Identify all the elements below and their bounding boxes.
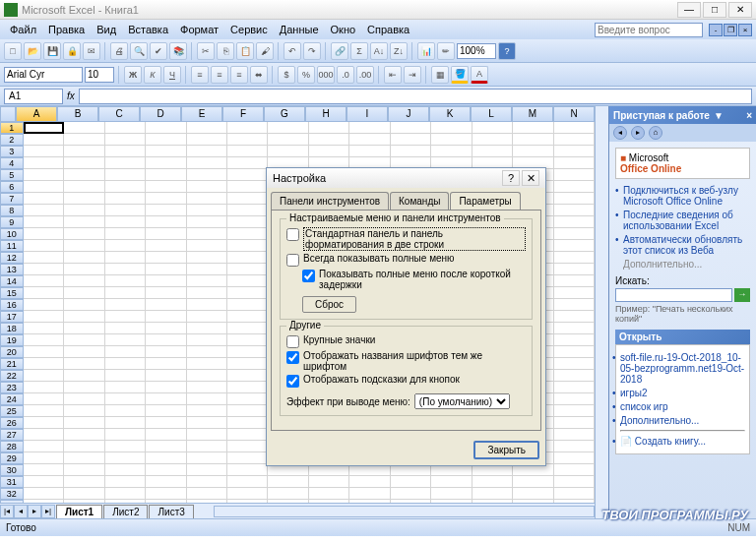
- cell[interactable]: [24, 157, 64, 169]
- dialog-close-button[interactable]: ✕: [522, 170, 539, 186]
- menu-help[interactable]: Справка: [361, 22, 415, 37]
- cell[interactable]: [349, 134, 390, 146]
- cell[interactable]: [227, 405, 268, 417]
- cell[interactable]: [187, 205, 227, 216]
- cell[interactable]: [554, 275, 595, 287]
- cell[interactable]: [187, 311, 227, 323]
- doc-restore-button[interactable]: ❐: [724, 24, 737, 36]
- cell[interactable]: [554, 417, 595, 429]
- tab-first-icon[interactable]: |◂: [0, 505, 14, 518]
- col-header-J[interactable]: J: [388, 106, 429, 122]
- cell[interactable]: [349, 476, 390, 488]
- cell[interactable]: [146, 382, 186, 393]
- cell[interactable]: [227, 205, 268, 216]
- cell[interactable]: [391, 488, 431, 500]
- cell[interactable]: [24, 240, 64, 252]
- cell[interactable]: [554, 169, 595, 181]
- cell[interactable]: [146, 275, 186, 287]
- col-header-H[interactable]: H: [305, 106, 346, 122]
- mail-icon[interactable]: ✉: [83, 42, 100, 60]
- cell[interactable]: [146, 358, 186, 370]
- cell[interactable]: [105, 417, 146, 429]
- cell[interactable]: [105, 134, 146, 146]
- cell[interactable]: [554, 382, 595, 393]
- row-header[interactable]: 21: [0, 358, 24, 370]
- chk-full-menus[interactable]: [286, 254, 299, 267]
- cell[interactable]: [146, 441, 186, 452]
- align-left-icon[interactable]: ≡: [191, 66, 209, 84]
- row-header[interactable]: 3: [0, 146, 24, 157]
- cell[interactable]: [227, 299, 268, 311]
- cell[interactable]: [227, 146, 268, 157]
- cell[interactable]: [146, 393, 186, 405]
- cell[interactable]: [554, 299, 595, 311]
- cell[interactable]: [146, 193, 186, 205]
- tab-prev-icon[interactable]: ◂: [14, 505, 28, 518]
- cell[interactable]: [227, 216, 268, 228]
- cell[interactable]: [105, 299, 146, 311]
- cell[interactable]: [554, 476, 595, 488]
- cell[interactable]: [105, 146, 146, 157]
- preview-icon[interactable]: 🔍: [130, 42, 148, 60]
- cell[interactable]: [187, 441, 227, 452]
- row-header[interactable]: 23: [0, 382, 24, 393]
- create-workbook[interactable]: 📄 Создать книгу...: [620, 436, 745, 447]
- cell[interactable]: [513, 146, 553, 157]
- cell[interactable]: [227, 334, 268, 346]
- cell[interactable]: [146, 264, 186, 275]
- format-painter-icon[interactable]: 🖌: [256, 42, 274, 60]
- taskpane-close-icon[interactable]: ×: [746, 110, 752, 121]
- cell[interactable]: [187, 488, 227, 500]
- reset-button[interactable]: Сброс: [302, 296, 356, 313]
- cell[interactable]: [105, 334, 146, 346]
- cell[interactable]: [64, 205, 104, 216]
- save-icon[interactable]: 💾: [43, 42, 61, 60]
- cell[interactable]: [64, 287, 104, 299]
- cell[interactable]: [513, 122, 553, 134]
- cell[interactable]: [64, 464, 104, 476]
- cell[interactable]: [24, 287, 64, 299]
- cell[interactable]: [105, 311, 146, 323]
- cell[interactable]: [105, 370, 146, 382]
- menu-file[interactable]: Файл: [4, 22, 42, 37]
- cell[interactable]: [187, 228, 227, 240]
- formula-input[interactable]: [79, 89, 752, 104]
- sort-desc-icon[interactable]: Z↓: [390, 42, 408, 60]
- cell[interactable]: [187, 252, 227, 264]
- cell[interactable]: [105, 205, 146, 216]
- row-header[interactable]: 24: [0, 393, 24, 405]
- cell[interactable]: [187, 346, 227, 358]
- cell[interactable]: [187, 382, 227, 393]
- cell[interactable]: [472, 122, 513, 134]
- recent-file-1[interactable]: soft-file.ru-19-Oct-2018_10-05-bezprogra…: [620, 352, 745, 385]
- cell[interactable]: [64, 488, 104, 500]
- cell[interactable]: [554, 488, 595, 500]
- chart-icon[interactable]: 📊: [417, 42, 435, 60]
- font-size-combo[interactable]: [85, 67, 114, 83]
- cell[interactable]: [24, 181, 64, 193]
- cell[interactable]: [187, 323, 227, 334]
- cell[interactable]: [431, 488, 472, 500]
- cell[interactable]: [24, 346, 64, 358]
- cell[interactable]: [105, 216, 146, 228]
- cell[interactable]: [227, 134, 268, 146]
- cell[interactable]: [24, 216, 64, 228]
- cell[interactable]: [64, 417, 104, 429]
- col-header-C[interactable]: C: [98, 106, 140, 122]
- cell[interactable]: [472, 476, 513, 488]
- sheet-tab-3[interactable]: Лист3: [149, 505, 193, 518]
- menu-format[interactable]: Формат: [174, 22, 224, 37]
- menu-data[interactable]: Данные: [274, 22, 325, 37]
- undo-icon[interactable]: ↶: [284, 42, 301, 60]
- cell[interactable]: [554, 122, 595, 134]
- col-header-B[interactable]: B: [57, 106, 98, 122]
- cell[interactable]: [146, 417, 186, 429]
- cell[interactable]: [24, 311, 64, 323]
- cell[interactable]: [64, 240, 104, 252]
- cell[interactable]: [105, 441, 146, 452]
- cell[interactable]: [146, 370, 186, 382]
- underline-icon[interactable]: Ч: [163, 66, 181, 84]
- cell[interactable]: [187, 275, 227, 287]
- cell[interactable]: [24, 417, 64, 429]
- select-all-corner[interactable]: [0, 106, 16, 122]
